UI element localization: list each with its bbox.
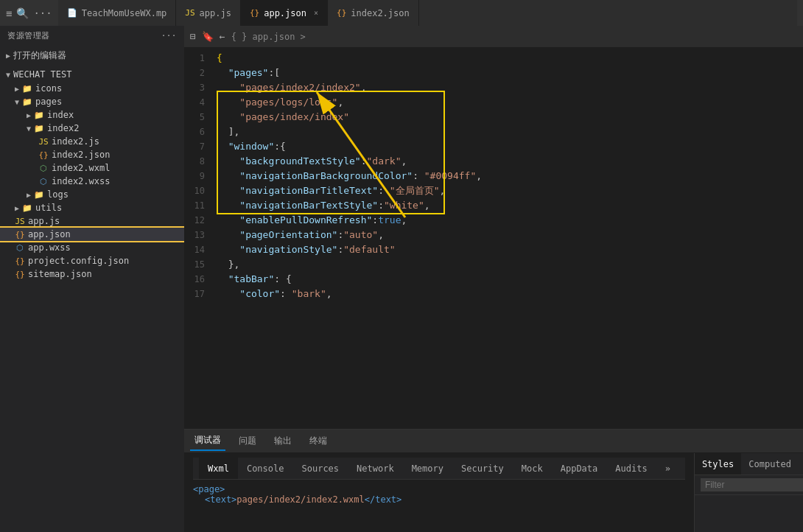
teachmom-icon: 📄	[67, 8, 77, 18]
panel-tab-more[interactable]: »	[656, 458, 679, 479]
line-number: 15	[184, 257, 214, 272]
search-icon[interactable]: 🔍	[16, 7, 29, 19]
line-content: "pageOrientation":"auto",	[214, 228, 803, 242]
line-number: 14	[184, 242, 214, 257]
debug-tab-terminal[interactable]: 终端	[305, 432, 332, 450]
code-line-14: 14 "navigationStyle":"default"	[184, 242, 803, 257]
panel-tab-wxml[interactable]: Wxml	[199, 458, 238, 479]
sidebar-item-index2js[interactable]: JS index2.js	[0, 135, 184, 148]
filter-row	[695, 475, 803, 495]
code-line-10: 10 "navigationBarTitleText": "全局首页",	[184, 183, 803, 198]
split-icon[interactable]: ⊟	[190, 31, 196, 42]
more-icon[interactable]: ···	[33, 7, 52, 19]
sidebar-item-appwxss[interactable]: ⬡ app.wxss	[0, 241, 184, 254]
code-line-13: 13 "pageOrientation":"auto",	[184, 228, 803, 242]
json-icon: {}	[38, 150, 49, 160]
folder-icon: 📁	[22, 203, 32, 213]
sidebar-title: 资源管理器 ···	[0, 26, 184, 46]
line-content: "enablePullDownRefresh":true,	[214, 213, 803, 228]
title-bar: ≡ 🔍 ··· 📄TeachMomUseWX.mpJSapp.js{}app.j…	[0, 0, 803, 26]
panel-tab-sources[interactable]: Sources	[292, 458, 348, 479]
pr-tab-styles[interactable]: Styles	[695, 453, 741, 475]
tab-teachmom[interactable]: 📄TeachMomUseWX.mp	[58, 0, 177, 26]
sidebar-item-index2json[interactable]: {} index2.json	[0, 148, 184, 161]
line-content: "pages":[	[214, 66, 803, 80]
back-icon[interactable]: ←	[220, 31, 225, 42]
panel-tab-console[interactable]: Console	[238, 458, 293, 479]
xml-line-2: <text>pages/index2/index2.wxml</text>	[193, 494, 685, 505]
code-line-16: 16 "tabBar": {	[184, 272, 803, 287]
line-number: 1	[184, 51, 214, 66]
panel-tab-memory[interactable]: Memory	[403, 458, 452, 479]
sidebar-item-index2wxss[interactable]: ⬡ index2.wxss	[0, 175, 184, 188]
json-icon: {}	[15, 256, 25, 266]
folder-icon: 📁	[22, 84, 32, 94]
line-number: 4	[184, 95, 214, 110]
panel-left: WxmlConsoleSourcesNetworkMemorySecurityM…	[184, 453, 694, 532]
wxss-icon: ⬡	[38, 177, 49, 186]
panel-tab-audits[interactable]: Audits	[606, 458, 656, 479]
open-editors-header[interactable]: ▶ 打开的编辑器	[0, 47, 184, 64]
debug-tab-issues[interactable]: 问题	[234, 432, 261, 450]
code-line-11: 11 "navigationBarTextStyle":"white",	[184, 198, 803, 213]
line-content: "pages/index/index"	[214, 110, 803, 125]
appjson-label: app.json	[264, 8, 306, 18]
panel-tab-network[interactable]: Network	[348, 458, 403, 479]
debug-tab-output[interactable]: 输出	[270, 432, 296, 450]
folder-icon: 📁	[34, 190, 44, 200]
sidebar: 资源管理器 ··· ▶ 打开的编辑器 ▼ WECHAT TEST ▶ 📁 ico…	[0, 26, 184, 532]
panel-tab-security[interactable]: Security	[452, 458, 513, 479]
panel-tab-mock[interactable]: Mock	[513, 458, 552, 479]
sidebar-item-index2[interactable]: ▼ 📁 index2	[0, 122, 184, 135]
appjs-icon: JS	[185, 8, 194, 18]
sidebar-item-logs[interactable]: ▶ 📁 logs	[0, 188, 184, 201]
line-number: 11	[184, 198, 214, 213]
panel-right-tabs: StylesComputedDatasetCom...	[695, 453, 803, 475]
filter-input[interactable]	[701, 478, 803, 491]
code-line-4: 4 "pages/logs/logs",	[184, 95, 803, 110]
editor-area: ⊟ 🔖 ← { } app.json > 1{2 "pages":[3 "pag…	[184, 26, 803, 532]
wechat-test-section: ▼ WECHAT TEST ▶ 📁 icons ▼ 📁 pages ▶ 📁 in…	[0, 66, 184, 282]
sidebar-item-utils[interactable]: ▶ 📁 utils	[0, 201, 184, 214]
code-line-5: 5 "pages/index/index"	[184, 110, 803, 125]
editor-content[interactable]: 1{2 "pages":[3 "pages/index2/index2",4 "…	[184, 48, 803, 429]
pr-tab-computed[interactable]: Computed	[741, 453, 799, 475]
bookmark-icon[interactable]: 🔖	[202, 31, 214, 42]
sidebar-more-icon[interactable]: ···	[161, 31, 177, 41]
sidebar-item-index[interactable]: ▶ 📁 index	[0, 108, 184, 122]
editor-toolbar: ⊟ 🔖 ← { } app.json >	[184, 26, 803, 48]
sidebar-item-index2wxml[interactable]: ⬡ index2.wxml	[0, 161, 184, 175]
code-line-8: 8 "backgroundTextStyle":"dark",	[184, 154, 803, 169]
line-content: "navigationBarTextStyle":"white",	[214, 198, 803, 213]
line-content: "navigationStyle":"default"	[214, 242, 803, 257]
json-icon: {}	[15, 270, 25, 279]
line-content: },	[214, 257, 803, 272]
debug-tab-debugger[interactable]: 调试器	[190, 431, 225, 451]
line-number: 12	[184, 213, 214, 228]
tab-index2json[interactable]: {}index2.json	[328, 0, 419, 26]
sidebar-item-icons[interactable]: ▶ 📁 icons	[0, 82, 184, 95]
menu-icon[interactable]: ≡	[6, 7, 12, 19]
title-bar-icons: ≡ 🔍 ···	[6, 7, 52, 19]
breadcrumb: { } app.json >	[231, 32, 306, 42]
line-content: "window":{	[214, 139, 803, 154]
line-content: "pages/logs/logs",	[214, 95, 803, 110]
tab-appjson[interactable]: {}app.json×	[241, 0, 328, 26]
pr-tab-dataset[interactable]: Dataset	[799, 453, 803, 475]
panel-tab-appdata[interactable]: AppData	[552, 458, 607, 479]
folder-icon: 📁	[34, 111, 44, 120]
panel-tabs: WxmlConsoleSourcesNetworkMemorySecurityM…	[193, 458, 685, 480]
sidebar-item-projectconfig[interactable]: {} project.config.json	[0, 254, 184, 267]
line-number: 2	[184, 66, 214, 80]
open-editors-section: ▶ 打开的编辑器	[0, 46, 184, 66]
tab-appjs[interactable]: JSapp.js	[176, 0, 241, 26]
code-line-15: 15 },	[184, 257, 803, 272]
sidebar-item-sitemap[interactable]: {} sitemap.json	[0, 267, 184, 281]
sidebar-item-pages[interactable]: ▼ 📁 pages	[0, 95, 184, 108]
sidebar-item-appjs[interactable]: JS app.js	[0, 214, 184, 228]
line-number: 10	[184, 183, 214, 198]
wechat-test-header[interactable]: ▼ WECHAT TEST	[0, 67, 184, 82]
appjson-close[interactable]: ×	[314, 9, 318, 17]
sidebar-item-appjson[interactable]: {} app.json	[0, 228, 184, 241]
line-content: "pages/index2/index2",	[214, 80, 803, 95]
